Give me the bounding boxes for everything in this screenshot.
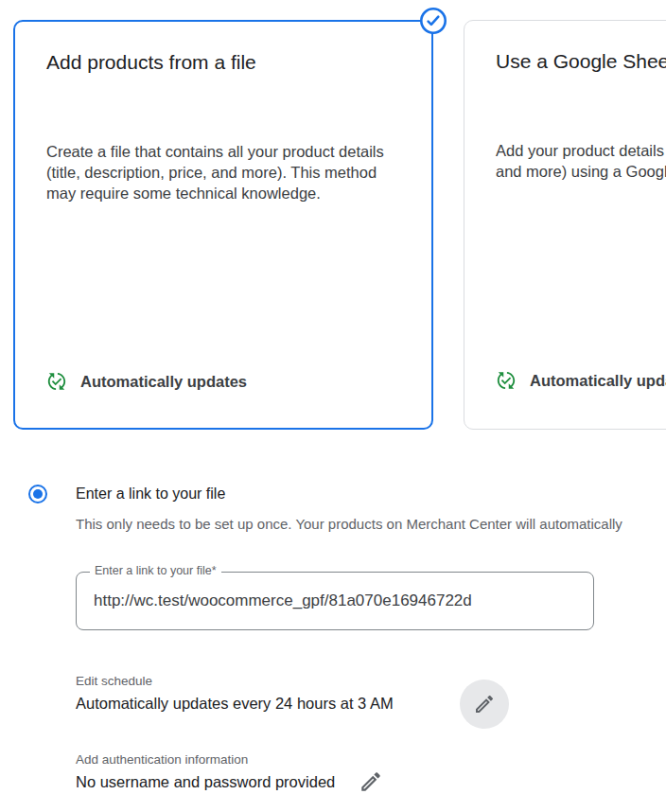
card-footer: Automatically updates <box>496 370 666 391</box>
schedule-value: Automatically updates every 24 hours at … <box>76 694 394 714</box>
file-link-field-label: Enter a link to your file* <box>90 564 221 577</box>
auth-section-label: Add authentication information <box>76 751 248 768</box>
edit-auth-button[interactable] <box>359 769 383 794</box>
edit-schedule-button[interactable] <box>460 680 509 729</box>
card-add-products-from-file[interactable]: Add products from a file Create a file t… <box>13 20 433 430</box>
card-title: Use a Google Sheet <box>496 50 666 73</box>
enter-link-radio[interactable] <box>28 485 47 503</box>
pencil-icon <box>359 769 383 794</box>
file-link-input[interactable] <box>94 591 576 610</box>
card-footer: Automatically updates <box>46 371 247 392</box>
pencil-icon <box>473 693 496 715</box>
radio-dot <box>33 489 43 499</box>
sync-check-icon <box>496 370 517 391</box>
file-link-field: Enter a link to your file* <box>76 572 594 630</box>
card-footer-label: Automatically updates <box>530 372 666 390</box>
schedule-section-label: Edit schedule <box>76 673 152 689</box>
check-circle-icon <box>419 7 447 35</box>
card-footer-label: Automatically updates <box>80 373 247 391</box>
radio-description: This only needs to be set up once. Your … <box>76 515 622 533</box>
card-use-google-sheet[interactable]: Use a Google Sheet Add your product deta… <box>464 20 666 430</box>
add-products-page: Add products from a file Create a file t… <box>0 0 666 812</box>
card-description: Add your product details (title, descrip… <box>496 141 666 183</box>
radio-label: Enter a link to your file <box>76 485 225 503</box>
card-description: Create a file that contains all your pro… <box>46 142 406 203</box>
card-title: Add products from a file <box>46 51 256 74</box>
auth-value: No username and password provided <box>76 772 335 792</box>
sync-check-icon <box>46 371 67 392</box>
